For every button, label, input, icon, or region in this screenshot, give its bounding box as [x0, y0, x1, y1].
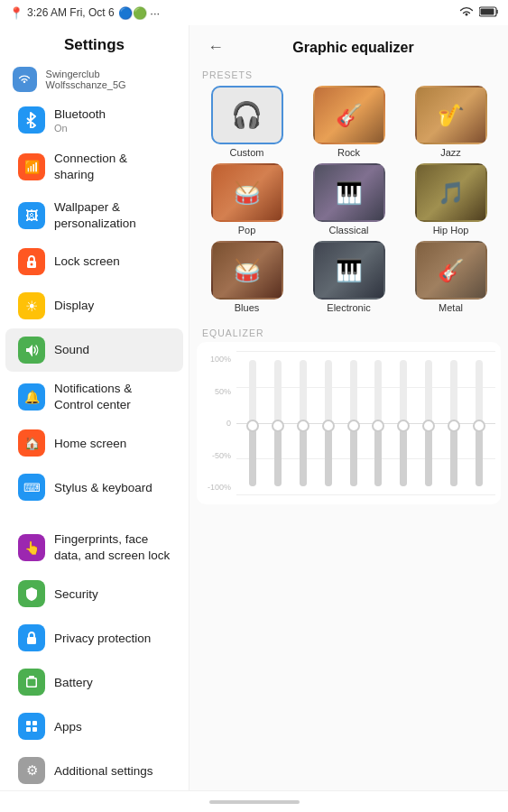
preset-label-custom: Custom: [230, 147, 264, 158]
eq-bar-fill-7: [400, 429, 407, 486]
eq-bar-6: [371, 351, 385, 495]
eq-bar-handle-1[interactable]: [246, 420, 259, 432]
eq-bar-handle-7[interactable]: [397, 420, 410, 432]
eq-bar-handle-8[interactable]: [422, 420, 435, 432]
eq-bar-7: [396, 351, 411, 495]
eq-bar-track-8[interactable]: [425, 360, 432, 486]
sidebar-item-bluetooth[interactable]: Bluetooth On: [5, 98, 183, 142]
sidebar-item-display[interactable]: ☀ Display: [5, 284, 183, 328]
sidebar-item-apps[interactable]: Apps: [5, 705, 183, 748]
eq-bar-handle-3[interactable]: [297, 420, 309, 432]
eq-bar-track-5[interactable]: [350, 360, 357, 486]
preset-thumb-rock: 🎸: [313, 86, 385, 144]
additional-icon: ⚙: [18, 757, 45, 784]
eq-bar-handle-6[interactable]: [372, 420, 384, 432]
eq-bar-handle-5[interactable]: [347, 420, 360, 432]
eq-bar-handle-10[interactable]: [473, 420, 485, 432]
eq-y-label-0: 0: [206, 419, 231, 428]
presets-grid: 🎧 Custom 🎸 Rock 🎷 Jazz: [189, 86, 508, 322]
sidebar-item-stylus[interactable]: ⌨ Stylus & keyboard: [5, 466, 183, 509]
preset-item-electronic[interactable]: 🎹 Electronic: [300, 241, 397, 313]
svg-rect-7: [28, 679, 36, 687]
sidebar-item-additional[interactable]: ⚙ Additional settings: [5, 749, 183, 790]
preset-item-blues[interactable]: 🥁 Blues: [199, 241, 295, 313]
preset-label-metal: Metal: [439, 302, 463, 313]
preset-item-pop[interactable]: 🥁 Pop: [199, 163, 295, 235]
right-panel: ← Graphic equalizer PRESETS 🎧 Custom 🎸: [189, 25, 508, 790]
bottom-bar: [0, 790, 508, 812]
eq-container: 100% 50% 0 -50% -100%: [197, 342, 501, 504]
sidebar-item-notifications[interactable]: 🔔 Notifications & Control center: [5, 373, 183, 420]
eq-bar-track-3[interactable]: [300, 360, 307, 486]
sidebar-item-security[interactable]: Security: [5, 572, 183, 615]
eq-bar-8: [421, 351, 436, 495]
preset-icon-jazz: 🎷: [417, 88, 485, 143]
sidebar-title: Settings: [0, 25, 189, 61]
connection-label: Connection & sharing: [54, 151, 171, 182]
eq-bar-track-7[interactable]: [400, 360, 407, 486]
preset-item-jazz[interactable]: 🎷 Jazz: [402, 86, 499, 158]
sidebar-item-lockscreen[interactable]: Lock screen: [5, 240, 183, 283]
preset-item-hiphop[interactable]: 🎵 Hip Hop: [402, 163, 499, 235]
eq-bar-handle-4[interactable]: [322, 420, 335, 432]
battery-icon: [479, 6, 499, 20]
connection-icon: 📶: [18, 153, 45, 180]
preset-item-classical[interactable]: 🎹 Classical: [300, 163, 397, 235]
svg-rect-1: [481, 8, 494, 14]
sidebar-item-wifi[interactable]: Swingerclub Wolfsschanze_5G: [0, 61, 189, 97]
equalizer-label: EQUALIZER: [189, 322, 508, 342]
sidebar-item-connection[interactable]: 📶 Connection & sharing: [5, 143, 183, 190]
eq-bar-fill-9: [450, 429, 457, 486]
eq-bar-track-1[interactable]: [249, 360, 256, 486]
preset-icon-pop: 🥁: [213, 165, 282, 220]
eq-bar-track-6[interactable]: [374, 360, 382, 486]
eq-title: Graphic equalizer: [236, 40, 470, 56]
preset-label-classical: Classical: [328, 225, 368, 235]
apps-icon: [18, 713, 45, 740]
eq-back-button[interactable]: ←: [202, 36, 229, 59]
sidebar-item-sound[interactable]: Sound: [5, 328, 183, 372]
eq-bar-fill-10: [476, 429, 483, 486]
eq-y-labels: 100% 50% 0 -50% -100%: [202, 351, 235, 495]
sidebar: Settings Swingerclub Wolfsschanze_5G Blu…: [0, 25, 189, 790]
notifications-icon: 🔔: [18, 383, 45, 411]
svg-rect-4: [27, 637, 36, 644]
status-right: [459, 6, 499, 20]
preset-item-rock[interactable]: 🎸 Rock: [300, 86, 397, 158]
presets-label: PRESETS: [189, 66, 508, 86]
preset-item-custom[interactable]: 🎧 Custom: [199, 86, 295, 158]
sidebar-item-wallpaper[interactable]: 🖼 Wallpaper & personalization: [5, 191, 183, 239]
sidebar-item-privacy[interactable]: Privacy protection: [5, 616, 183, 660]
eq-bar-1: [245, 351, 260, 495]
location-icon: 📍: [9, 6, 23, 20]
preset-item-metal[interactable]: 🎸 Metal: [402, 241, 499, 313]
preset-icon-classical: 🎹: [315, 165, 383, 220]
preset-label-jazz: Jazz: [440, 147, 461, 158]
display-icon: ☀: [18, 292, 45, 319]
eq-bars: [236, 351, 495, 495]
sidebar-item-battery[interactable]: Battery: [5, 660, 183, 704]
eq-bar-track-10[interactable]: [476, 360, 483, 486]
preset-icon-blues: 🥁: [213, 243, 282, 298]
eq-bar-track-2[interactable]: [274, 360, 282, 486]
preset-icon-hiphop: 🎵: [417, 165, 485, 220]
eq-y-label-50: 50%: [206, 387, 231, 396]
eq-bar-handle-9[interactable]: [448, 420, 460, 432]
fingerprints-icon: 👆: [18, 534, 45, 561]
sidebar-item-homescreen[interactable]: 🏠 Home screen: [5, 421, 183, 465]
sidebar-item-fingerprints[interactable]: 👆 Fingerprints, face data, and screen lo…: [5, 523, 183, 571]
preset-thumb-electronic: 🎹: [313, 241, 385, 300]
bluetooth-sublabel: On: [54, 123, 106, 134]
eq-bar-handle-2[interactable]: [272, 420, 284, 432]
svg-point-3: [31, 263, 33, 266]
wifi-icon: [459, 6, 474, 20]
eq-bar-track-9[interactable]: [450, 360, 457, 486]
status-bar: 📍 3:26 AM Fri, Oct 6 🔵🟢 ···: [0, 0, 508, 25]
sidebar-divider-1: [0, 510, 189, 522]
privacy-icon: [18, 624, 45, 651]
preset-label-rock: Rock: [337, 147, 360, 158]
eq-bar-fill-4: [325, 429, 332, 486]
eq-bar-track-4[interactable]: [325, 360, 332, 486]
wifi-network-name: Swingerclub Wolfsschanze_5G: [46, 69, 176, 90]
bluetooth-icon: [18, 106, 45, 134]
